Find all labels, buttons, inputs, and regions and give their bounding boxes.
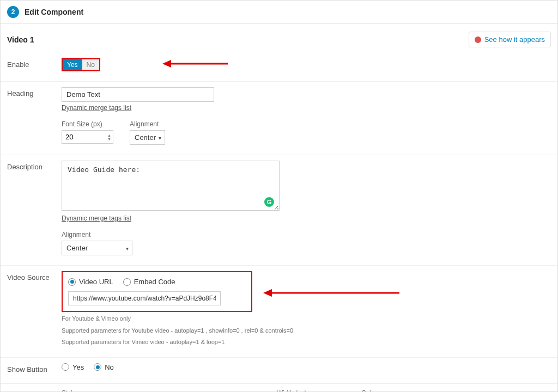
show-button-yes-radio[interactable]: Yes <box>62 363 84 371</box>
video-hint-3: Supported parameters for Vimeo video - a… <box>62 338 551 347</box>
video-url-radio-label: Video URL <box>79 278 113 286</box>
heading-merge-tags-link[interactable]: Dynamic merge tags list <box>62 104 551 112</box>
description-label: Description <box>7 161 62 171</box>
video-hint-1: For Youtube & Vimeo only <box>62 314 551 324</box>
font-size-input[interactable] <box>62 130 113 144</box>
svg-marker-1 <box>162 60 171 68</box>
description-alignment-label: Alignment <box>62 231 551 238</box>
embed-code-radio-label: Embed Code <box>134 278 175 286</box>
chevron-down-icon: ▾ <box>126 245 129 251</box>
annotation-arrow-icon <box>263 286 399 299</box>
enable-toggle[interactable]: Yes No <box>62 58 100 71</box>
border-color-label: Color <box>361 389 418 392</box>
stepper-icon[interactable]: ▲▼ <box>107 131 111 143</box>
panel-title: Edit Component <box>25 8 83 16</box>
show-button-label: Show Button <box>7 363 62 373</box>
border-style-label: Style <box>62 389 146 392</box>
description-alignment-value: Center <box>66 244 88 252</box>
component-name: Video 1 <box>7 35 34 44</box>
enable-yes-button[interactable]: Yes <box>63 59 82 70</box>
panel-header: 2 Edit Component <box>1 1 557 24</box>
see-how-label: See how it appears <box>484 35 545 44</box>
description-alignment-select[interactable]: Center ▾ <box>62 241 132 255</box>
heading-alignment-label: Alignment <box>130 120 165 128</box>
show-button-yes-label: Yes <box>72 363 84 371</box>
enable-no-button[interactable]: No <box>82 59 99 70</box>
description-textarea[interactable]: Video Guide here: <box>62 161 280 211</box>
font-size-label: Font Size (px) <box>62 120 113 128</box>
border-label: Border <box>7 389 62 392</box>
embed-code-radio[interactable]: Embed Code <box>123 278 175 286</box>
border-width-label: Width (px) <box>277 389 329 392</box>
svg-marker-3 <box>263 289 272 297</box>
info-icon <box>475 36 481 43</box>
show-button-no-label: No <box>105 363 114 371</box>
enable-label: Enable <box>7 58 62 69</box>
heading-alignment-select[interactable]: Center ▾ <box>130 130 165 145</box>
see-how-it-appears-button[interactable]: See how it appears <box>469 32 551 47</box>
step-indicator: 2 <box>7 6 19 18</box>
chevron-down-icon: ▾ <box>159 134 161 140</box>
video-source-group: Video URL Embed Code <box>62 271 252 312</box>
video-source-label: Video Source <box>7 271 62 281</box>
show-button-no-radio[interactable]: No <box>94 363 114 371</box>
heading-alignment-value: Center <box>135 133 156 142</box>
heading-label: Heading <box>7 87 62 97</box>
video-url-input[interactable] <box>68 291 221 305</box>
video-url-radio[interactable]: Video URL <box>68 278 113 286</box>
annotation-arrow-icon <box>162 57 228 70</box>
heading-input[interactable] <box>62 87 214 102</box>
description-merge-tags-link[interactable]: Dynamic merge tags list <box>62 215 551 222</box>
grammarly-icon[interactable]: G <box>264 197 274 207</box>
video-hint-2: Supported parameters for Youtube video -… <box>62 326 551 336</box>
